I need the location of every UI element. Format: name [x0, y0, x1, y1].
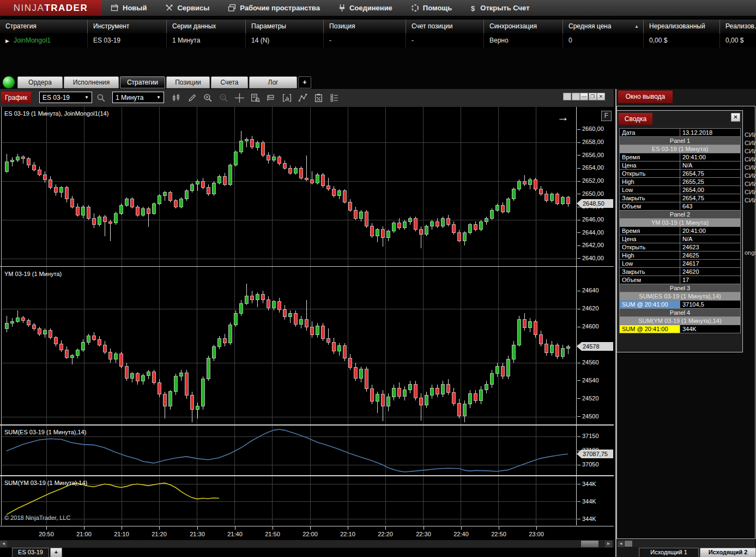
scroll-left-icon[interactable]: ◄	[618, 541, 624, 547]
bar-type-icon[interactable]	[170, 92, 183, 104]
summary-value: 17	[680, 275, 741, 284]
time-axis-label: 21:00	[71, 531, 97, 537]
tab-ордера[interactable]: Ордера	[17, 76, 63, 88]
column-header-8[interactable]: Нереализованный	[643, 20, 719, 33]
chart-panel-icon[interactable]	[280, 92, 293, 104]
output-line-fragment: СИИ	[745, 172, 756, 181]
column-header-3[interactable]: Параметры	[245, 20, 323, 33]
fixed-scale-button[interactable]: F	[601, 111, 612, 121]
time-axis-label: 22:10	[335, 531, 361, 537]
menu-item-connection[interactable]: Соединение	[329, 0, 402, 16]
scroll-right-icon[interactable]: ►	[605, 541, 612, 547]
y-axis-tick-label: 24620	[582, 305, 599, 312]
menu-item-new-window[interactable]: Новый	[101, 0, 156, 16]
panel-icon-1[interactable]	[563, 93, 571, 100]
time-axis-label: 21:40	[222, 531, 248, 537]
price-marker: 2648,50	[577, 199, 613, 208]
summary-sum-value: 37104,5	[680, 300, 741, 309]
column-header-9[interactable]: Реализов.	[719, 20, 756, 33]
y-axis-tick-label: 2646,00	[582, 216, 604, 223]
summary-key: Открыть	[619, 169, 680, 178]
summary-row: Открыть24623	[619, 243, 741, 251]
summary-value: 20:41:00	[680, 153, 741, 161]
strategy-analyzer-icon[interactable]	[312, 92, 325, 104]
close-icon[interactable]: ✕	[597, 93, 605, 100]
regression-icon[interactable]	[296, 92, 309, 104]
order-entry-icon[interactable]	[264, 92, 277, 104]
instrument-search-icon[interactable]	[94, 92, 107, 104]
menu-items: НовыйСервисыРабочие пространстваСоединен…	[101, 0, 539, 16]
column-header-4[interactable]: Позиция	[323, 20, 406, 33]
output-tab-2[interactable]: Исходящий 2	[700, 548, 756, 557]
go-to-end-arrow-icon[interactable]: →	[557, 110, 569, 124]
summary-value: N/A	[680, 161, 741, 170]
summary-row: Объем17	[619, 275, 741, 284]
menu-item-workspaces[interactable]: Рабочие пространства	[219, 0, 329, 16]
zoom-in-icon[interactable]	[201, 92, 214, 104]
row-cell-5: -	[406, 33, 483, 47]
draw-icon[interactable]	[185, 92, 198, 104]
panel-icon-2[interactable]	[572, 93, 580, 100]
tab-исполнения[interactable]: Исполнения	[64, 76, 119, 88]
y-axis-tick-label: 2656,00	[582, 152, 604, 158]
time-axis-tick	[84, 526, 84, 530]
y-axis-tick-label: 2644,00	[582, 229, 604, 236]
output-tab-1[interactable]: Исходящий 1	[639, 548, 699, 557]
close-icon[interactable]: ✕	[731, 113, 740, 122]
tab-счета[interactable]: Счета	[211, 76, 248, 88]
tab-лог[interactable]: Лог	[249, 76, 297, 88]
time-axis-tick	[122, 526, 122, 530]
summary-instrument-header: YM 03-19 (1 Минута)	[619, 218, 741, 227]
chart-plot-area[interactable]: ES 03-19 (1 Минута), JoinMongol1(14) YM …	[0, 107, 614, 526]
column-header-2[interactable]: Серии данных	[166, 20, 245, 33]
summary-row: Дата13.12.2018	[619, 128, 741, 137]
chart-window-header: График ES 03-19 ▼ 1 Минута ▼ —❐✕	[0, 89, 614, 107]
summary-panel-header: Panel 4	[619, 308, 741, 317]
maximize-icon[interactable]: ❐	[589, 93, 597, 100]
summary-instrument-header: SUM(ES 03-19 (1 Минута),14)	[619, 292, 741, 301]
properties-icon[interactable]	[328, 92, 341, 104]
tab-позиции[interactable]: Позиции	[166, 76, 210, 88]
column-header-6[interactable]: Синхронизация	[483, 20, 563, 33]
y-axis-tick-label: 37050	[582, 461, 599, 468]
output-horizontal-scrollbar[interactable]: ◄	[618, 540, 754, 547]
summary-key: High	[619, 177, 680, 186]
strategy-grid-header: СтратегияИнструментСерии данныхПараметры…	[0, 20, 756, 33]
minimize-icon[interactable]: —	[580, 93, 588, 100]
menu-item-tools[interactable]: Сервисы	[156, 0, 219, 16]
summary-sum-value: 344K	[680, 325, 741, 333]
row-cell-2: 1 Минута	[166, 33, 245, 47]
column-header-5[interactable]: Счет позиции	[406, 20, 483, 33]
column-header-1[interactable]: Инструмент	[87, 20, 166, 33]
summary-key: Low	[619, 185, 680, 194]
scrollbar-thumb[interactable]	[581, 541, 598, 547]
summary-table: Дата13.12.2018Panel 1ES 03-19 (1 Минута)…	[619, 129, 741, 333]
panel-4-label: SUM(YM 03-19 (1 Минута),14)	[4, 480, 87, 486]
time-axis[interactable]: 20:5021:0021:1021:2021:3021:4021:5022:00…	[0, 526, 614, 541]
price-axis[interactable]: F 2660,002658,002656,002654,002652,00265…	[577, 107, 614, 526]
menu-item-dollar[interactable]: $Открыть Счет	[461, 0, 539, 16]
column-header-0[interactable]: Стратегия	[0, 20, 87, 33]
summary-key: Закрыть	[619, 194, 680, 202]
add-chart-tab-button[interactable]: +	[50, 548, 62, 557]
tab-стратегии[interactable]: Стратегии	[120, 76, 165, 88]
crosshair-icon[interactable]	[233, 92, 246, 104]
interval-dropdown[interactable]: 1 Минута ▼	[112, 92, 164, 103]
instrument-dropdown[interactable]: ES 03-19 ▼	[39, 92, 92, 103]
add-tab-button[interactable]: +	[298, 76, 311, 88]
column-header-7[interactable]: Средняя цена▲	[563, 20, 643, 33]
chart-bottom-tab[interactable]: ES 03-19	[12, 548, 49, 557]
summary-row: Low24617	[619, 259, 741, 268]
strategy-grid-row[interactable]: ▶JoinMongol1ES 03-191 Минута14 (N)--Верн…	[0, 33, 756, 47]
zoom-out-icon[interactable]	[217, 92, 230, 104]
scrollbar-thumb[interactable]	[625, 541, 632, 547]
svg-text:$: $	[471, 4, 475, 13]
summary-value: 24617	[680, 259, 741, 268]
menu-item-help[interactable]: Помощь	[402, 0, 461, 16]
summary-value: 2655,25	[680, 177, 741, 186]
chart-horizontal-scrollbar[interactable]: ◄ ►	[0, 540, 614, 548]
scroll-left-icon[interactable]: ◄	[0, 541, 7, 547]
y-axis-tick-label: 24500	[582, 413, 599, 420]
data-box-icon[interactable]	[249, 92, 262, 104]
summary-key: Время	[619, 226, 680, 235]
